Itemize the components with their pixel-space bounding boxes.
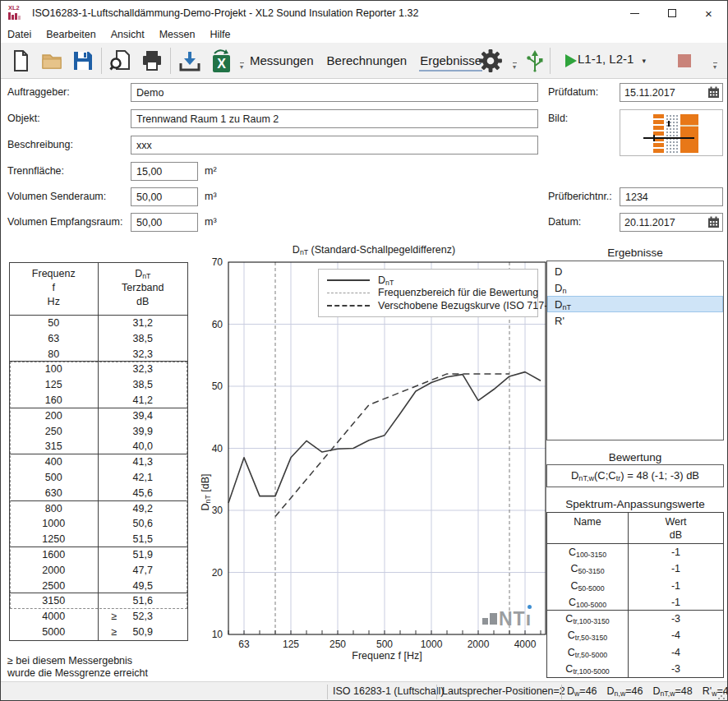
svg-text:30: 30 (212, 505, 223, 516)
chart-y-axis-label: DnT [dB] (200, 447, 211, 537)
maximize-button[interactable] (653, 1, 690, 25)
legend-item-bezugskurve: Verschobene Bezugskurve (ISO 717-1) (327, 299, 537, 312)
auftraggeber-label: Auftraggeber: (7, 86, 70, 98)
minimize-button[interactable] (616, 1, 653, 25)
svg-text:X: X (217, 57, 226, 71)
print-preview-button[interactable] (106, 47, 136, 75)
list-item[interactable]: R' (547, 312, 723, 329)
svg-text:125: 125 (283, 639, 299, 650)
fine-dashed-line-swatch (327, 293, 370, 293)
objekt-input[interactable] (131, 109, 538, 128)
menu-item-hilfe[interactable]: Hilfe (210, 29, 230, 40)
spektrum-title: Spektrum-Anpassungswerte (546, 498, 724, 510)
table-row: 160051,9 (10, 547, 187, 563)
close-icon: × (705, 7, 712, 20)
statusbar-standard: ISO 16283-1 (Luftschall) (333, 685, 445, 697)
datum-input[interactable] (620, 217, 704, 228)
results-list: DDnDnTR' (546, 261, 724, 440)
statusbar-separator (561, 685, 562, 699)
usb-connect-button[interactable] (520, 47, 550, 75)
trennflaeche-input[interactable] (131, 162, 198, 181)
chart-legend: DnT Frequenzbereich für die Bewertung Ve… (318, 269, 538, 317)
table-row: 6338,5 (10, 331, 187, 347)
legend-item-dnt: DnT (327, 274, 537, 287)
toolbar-overflow-button[interactable]: ▾ (237, 62, 246, 71)
toolbar-overflow-button[interactable]: ▾ (711, 62, 719, 71)
menu-item-bearbeiten[interactable]: Bearbeiten (46, 29, 95, 40)
new-document-icon (9, 49, 32, 72)
tab-berechnungen[interactable]: Berechnungen (326, 51, 408, 71)
settings-button[interactable] (476, 47, 505, 75)
open-folder-icon (40, 49, 63, 72)
pruefdatum-label: Prüfdatum: (548, 86, 598, 98)
gear-icon (478, 48, 503, 73)
volumen-senderaum-input[interactable] (131, 187, 198, 206)
stop-button[interactable] (678, 54, 691, 67)
table-row: C100-3150-1 (547, 544, 723, 560)
frequency-table-header: Frequenz f Hz DnT Terzband dB (10, 263, 187, 316)
print-button[interactable] (137, 47, 167, 75)
spektrum-table-header: Name Wert dB (547, 513, 723, 544)
toolbar: X ▾ MessungenBerechnungenErgebnisse (1, 43, 727, 79)
pruefberichtnr-label: Prüfberichtnr.: (548, 191, 612, 202)
beschreibung-input[interactable] (131, 136, 538, 154)
table-row: 10032,3 (10, 362, 187, 377)
import-icon (178, 49, 201, 72)
table-row: 4000≥52,3 (10, 609, 187, 625)
table-row: 12538,5 (10, 377, 187, 393)
close-button[interactable]: × (690, 1, 727, 25)
table-row: 250049,5 (10, 579, 187, 594)
toolbar-separator (170, 48, 171, 74)
import-button[interactable] (175, 47, 205, 75)
chart-x-axis-label: Frequenz f [Hz] (228, 650, 546, 662)
usb-icon (525, 49, 545, 72)
excel-export-button[interactable]: X (206, 47, 236, 75)
save-button[interactable] (68, 47, 98, 75)
table-row: C50-5000-1 (547, 578, 723, 594)
calendar-icon (707, 86, 720, 99)
list-item[interactable]: D (547, 263, 723, 279)
bewertung-title: Bewertung (546, 451, 724, 463)
table-row: 31540,0 (10, 439, 187, 454)
table-row: 100050,6 (10, 516, 187, 532)
bild-image[interactable] (620, 109, 723, 156)
measurement-selector[interactable]: L1-1, L2-1▾ (578, 52, 646, 66)
table-row: 5000≥50,9 (10, 625, 187, 640)
datum-calendar-button[interactable] (704, 214, 722, 231)
table-row: 40041,3 (10, 454, 187, 470)
list-item[interactable]: DnT (547, 296, 723, 312)
measurement-selector-label: L1-1, L2-1 (578, 52, 634, 66)
toolbar-overflow-button[interactable]: ▾ (510, 62, 518, 71)
nti-logo-dot (528, 605, 532, 609)
auftraggeber-input[interactable] (131, 83, 538, 102)
resize-grip[interactable] (717, 692, 726, 700)
tab-messungen[interactable]: Messungen (249, 51, 315, 71)
table-row: 63045,6 (10, 486, 187, 501)
pruefdatum-input[interactable] (620, 87, 704, 99)
solid-line-swatch (327, 279, 370, 281)
open-project-button[interactable] (37, 47, 67, 75)
list-item[interactable]: Dn (547, 279, 723, 296)
dashed-line-swatch (327, 305, 370, 307)
volumen-senderaum-label: Volumen Senderaum: (7, 191, 106, 202)
dnt-column-header: DnT Terzband dB (99, 263, 188, 315)
pruefdatum-calendar-button[interactable] (704, 84, 722, 101)
menu-item-messen[interactable]: Messen (159, 29, 196, 40)
status-result-value: Dn,w=46 (607, 685, 643, 697)
excel-export-icon: X (209, 48, 233, 73)
table-row: 315051,6 (10, 593, 187, 609)
table-row: 80049,2 (10, 501, 187, 517)
tab-ergebnisse[interactable]: Ergebnisse (419, 51, 482, 71)
menu-item-datei[interactable]: Datei (7, 29, 31, 40)
view-tabs: MessungenBerechnungenErgebnisse (249, 43, 482, 79)
statusbar-results: Dw=46Dn,w=46DnT,w=48R'w=47 (567, 685, 728, 697)
frequency-table-body: 5031,26338,58032,310032,312538,516041,22… (10, 316, 187, 640)
app-icon-bars (8, 12, 26, 20)
new-project-button[interactable] (6, 47, 35, 75)
volumen-empfangsraum-input[interactable] (131, 213, 198, 232)
menu-item-ansicht[interactable]: Ansicht (111, 29, 145, 40)
table-row: 125051,5 (10, 532, 187, 547)
table-row: 200047,7 (10, 563, 187, 579)
pruefberichtnr-input[interactable] (620, 187, 723, 206)
table-row: 5031,2 (10, 316, 187, 331)
